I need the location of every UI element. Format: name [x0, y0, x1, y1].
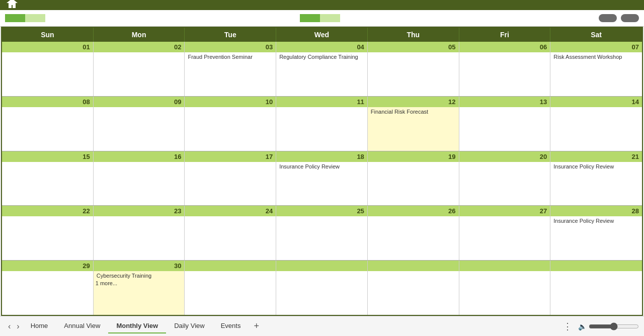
event-item[interactable]: Cybersecurity Training [96, 272, 183, 279]
event-item[interactable]: Regulatory Compliance Training [278, 53, 365, 60]
date-cell-w1d5[interactable]: 13 [459, 97, 551, 107]
day-header-tue: Tue [185, 28, 276, 42]
tab-events[interactable]: Events [213, 319, 249, 333]
date-cell-w0d3[interactable]: 04 [276, 42, 368, 52]
date-cell-w1d1[interactable]: 09 [94, 97, 185, 107]
date-cell-w3d6[interactable]: 28 [550, 206, 642, 216]
event-item[interactable]: 1 more... [96, 280, 183, 286]
date-cell-w4d0[interactable]: 29 [2, 261, 94, 271]
nav-forward-button[interactable]: › [14, 320, 22, 333]
cal-content-w3d5 [459, 216, 551, 260]
tab-daily-view[interactable]: Daily View [166, 319, 212, 333]
date-cell-w4d4[interactable] [368, 261, 459, 271]
cal-content-w4d6 [550, 271, 642, 315]
event-item[interactable]: Insurance Policy Review [552, 217, 640, 224]
month-value[interactable] [25, 14, 45, 22]
date-cell-w2d2[interactable]: 17 [185, 151, 276, 162]
more-options-button[interactable]: ⋮ [559, 319, 576, 334]
cal-content-w2d1 [94, 162, 185, 206]
date-cell-w2d6[interactable]: 21 [550, 151, 642, 162]
date-cell-w1d0[interactable]: 08 [2, 97, 94, 107]
event-item[interactable]: Insurance Policy Review [552, 163, 640, 170]
cal-content-w0d2: Fraud Prevention Seminar [185, 52, 276, 96]
home-icon[interactable] [5, 0, 19, 14]
cal-content-w1d3 [276, 107, 368, 151]
date-cell-w4d5[interactable] [459, 261, 551, 271]
date-cell-w4d3[interactable] [276, 261, 368, 271]
cal-content-w4d5 [459, 271, 551, 315]
date-cell-w3d0[interactable]: 22 [2, 206, 94, 216]
cal-content-w3d4 [368, 216, 459, 260]
date-cell-w3d3[interactable]: 25 [276, 206, 368, 216]
day-header-thu: Thu [368, 28, 459, 42]
year-value[interactable] [320, 14, 340, 22]
nav-back-button[interactable]: ‹ [5, 320, 14, 333]
cal-content-w1d5 [459, 107, 551, 151]
date-cell-w0d6[interactable]: 07 [550, 42, 642, 52]
add-event-button[interactable] [599, 14, 617, 22]
day-header-sat: Sat [550, 28, 642, 42]
cal-content-w4d0 [2, 271, 94, 315]
date-cell-w0d4[interactable]: 05 [368, 42, 459, 52]
cal-content-w2d6: Insurance Policy Review [550, 162, 642, 206]
cal-content-w0d4 [368, 52, 459, 96]
date-cell-w2d5[interactable]: 20 [459, 151, 551, 162]
cal-content-w1d0 [2, 107, 94, 151]
tab-annual-view[interactable]: Annual View [56, 319, 108, 333]
date-cell-w2d1[interactable]: 16 [94, 151, 185, 162]
cal-content-w0d1 [94, 52, 185, 96]
bottom-nav: ‹ › HomeAnnual ViewMonthly ViewDaily Vie… [0, 316, 644, 336]
cal-content-w1d2 [185, 107, 276, 151]
date-cell-w4d1[interactable]: 30 [94, 261, 185, 271]
cal-content-w3d0 [2, 216, 94, 260]
date-cell-w4d2[interactable] [185, 261, 276, 271]
event-item[interactable]: Insurance Policy Review [278, 163, 365, 170]
event-item[interactable]: Risk Assessment Workshop [552, 53, 640, 60]
cal-content-w4d2 [185, 271, 276, 315]
date-cell-w4d6[interactable] [550, 261, 642, 271]
date-cell-w3d5[interactable]: 27 [459, 206, 551, 216]
cal-content-w4d3 [276, 271, 368, 315]
date-cell-w1d4[interactable]: 12 [368, 97, 459, 107]
day-header-wed: Wed [276, 28, 368, 42]
date-cell-w0d1[interactable]: 02 [94, 42, 185, 52]
cal-content-w0d0 [2, 52, 94, 96]
controls-bar [0, 10, 644, 27]
week-block-4: 2930Cybersecurity Training1 more... [2, 260, 642, 315]
date-cell-w2d0[interactable]: 15 [2, 151, 94, 162]
date-cell-w1d6[interactable]: 14 [550, 97, 642, 107]
date-cell-w3d4[interactable]: 26 [368, 206, 459, 216]
month-label [5, 14, 25, 22]
date-cell-w3d1[interactable]: 23 [94, 206, 185, 216]
week-block-2: 15161718192021Insurance Policy ReviewIns… [2, 151, 642, 206]
day-header-mon: Mon [94, 28, 185, 42]
date-cell-w1d2[interactable]: 10 [185, 97, 276, 107]
title-bar [0, 0, 644, 10]
cal-content-w2d0 [2, 162, 94, 206]
day-header-sun: Sun [2, 28, 94, 42]
date-cell-w0d5[interactable]: 06 [459, 42, 551, 52]
calendar-body: 01020304050607Fraud Prevention SeminarRe… [2, 42, 642, 315]
cal-content-w1d4: Financial Risk Forecast [368, 107, 459, 151]
date-cell-w2d4[interactable]: 19 [368, 151, 459, 162]
date-cell-w2d3[interactable]: 18 [276, 151, 368, 162]
cal-content-w2d5 [459, 162, 551, 206]
date-cell-w0d0[interactable]: 01 [2, 42, 94, 52]
event-item[interactable]: Fraud Prevention Seminar [187, 53, 274, 60]
day-header-fri: Fri [459, 28, 551, 42]
event-item[interactable]: Financial Risk Forecast [370, 108, 457, 115]
cal-content-w2d3: Insurance Policy Review [276, 162, 368, 206]
tab-monthly-view[interactable]: Monthly View [108, 319, 166, 333]
date-cell-w1d3[interactable]: 11 [276, 97, 368, 107]
cal-content-w3d1 [94, 216, 185, 260]
date-cell-w3d2[interactable]: 24 [185, 206, 276, 216]
date-cell-w0d2[interactable]: 03 [185, 42, 276, 52]
cal-content-w1d6 [550, 107, 642, 151]
show-events-button[interactable] [621, 14, 639, 22]
volume-slider[interactable] [589, 322, 639, 330]
volume-icon: 🔈 [576, 320, 589, 332]
add-tab-button[interactable]: + [249, 319, 264, 333]
cal-content-w3d2 [185, 216, 276, 260]
tab-home[interactable]: Home [23, 319, 56, 333]
cal-content-w3d6: Insurance Policy Review [550, 216, 642, 260]
